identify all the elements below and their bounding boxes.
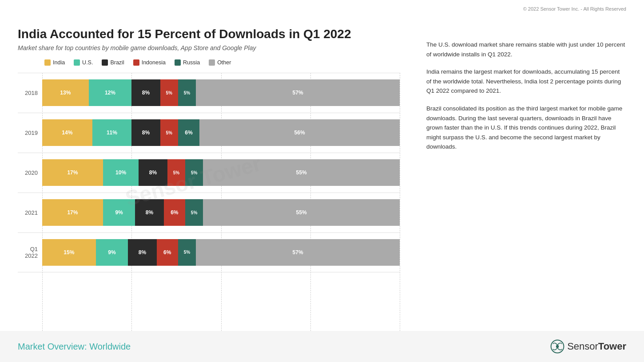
bar-segment-3-5: 55% <box>203 199 400 226</box>
bar-segment-4-0: 15% <box>42 239 96 266</box>
legend-item-other: Other <box>209 59 231 66</box>
bar-track-4: 15%9%8%6%5%57% <box>42 239 400 266</box>
legend-label-india: India <box>53 59 65 66</box>
chart-area: 201813%12%8%5%5%57%201914%11%8%5%6%56%20… <box>18 73 400 349</box>
bar-segment-1-0: 14% <box>42 119 92 146</box>
left-panel: India Accounted for 15 Percent of Downlo… <box>18 13 417 349</box>
bar-segment-2-0: 17% <box>42 159 103 186</box>
legend-item-russia: Russia <box>175 59 200 66</box>
legend-item-indonesia: Indonesia <box>133 59 166 66</box>
legend-color-other <box>209 59 215 66</box>
bar-segment-2-3: 5% <box>167 159 185 186</box>
legend-color-brazil <box>102 59 108 66</box>
bar-row-2021: 202117%9%8%6%5%55% <box>18 193 400 232</box>
bar-segment-1-5: 56% <box>199 119 400 146</box>
legend-label-russia: Russia <box>183 59 200 66</box>
bar-segment-3-3: 6% <box>164 199 185 226</box>
bar-segment-0-1: 12% <box>89 79 132 106</box>
legend-color-us <box>74 59 80 66</box>
year-label-2: 2020 <box>18 169 42 176</box>
bar-row-2020: 202017%10%8%5%5%55% <box>18 153 400 193</box>
bar-segment-0-2: 8% <box>131 79 160 106</box>
bar-segment-4-1: 9% <box>96 239 128 266</box>
bar-segment-2-5: 55% <box>203 159 400 186</box>
bar-segment-1-1: 11% <box>92 119 132 146</box>
bar-track-1: 14%11%8%5%6%56% <box>42 119 400 146</box>
bar-segment-4-4: 5% <box>178 239 196 266</box>
bar-segment-2-2: 8% <box>139 159 167 186</box>
chart-subtitle: Market share for top countries by mobile… <box>18 44 400 51</box>
main-container: © 2022 Sensor Tower Inc. - All Rights Re… <box>0 0 644 362</box>
bar-segment-0-3: 5% <box>160 79 178 106</box>
bar-segment-3-4: 5% <box>185 199 203 226</box>
bar-row-2019: 201914%11%8%5%6%56% <box>18 113 400 153</box>
year-label-0: 2018 <box>18 90 42 96</box>
bar-track-3: 17%9%8%6%5%55% <box>42 199 400 226</box>
legend-color-indonesia <box>133 59 139 66</box>
bar-segment-3-2: 8% <box>135 199 163 226</box>
bar-track-2: 17%10%8%5%5%55% <box>42 159 400 186</box>
sensor-tower-logo: SensorTower <box>550 339 626 354</box>
copyright-text: © 2022 Sensor Tower Inc. - All Rights Re… <box>523 6 626 12</box>
legend-label-brazil: Brazil <box>110 59 124 66</box>
legend-label-indonesia: Indonesia <box>142 59 166 66</box>
bar-track-0: 13%12%8%5%5%57% <box>42 79 400 106</box>
bar-segment-4-5: 57% <box>196 239 400 266</box>
legend-item-india: India <box>44 59 65 66</box>
sensor-tower-icon <box>550 339 564 354</box>
grid-line-100 <box>400 73 400 349</box>
sensor-text: Sensor <box>567 341 598 352</box>
bars-container: 201813%12%8%5%5%57%201914%11%8%5%6%56%20… <box>18 73 400 340</box>
bottom-bar: Market Overview: Worldwide SensorTower <box>0 331 644 362</box>
bar-segment-2-1: 10% <box>103 159 139 186</box>
bar-row-2018: 201813%12%8%5%5%57% <box>18 73 400 113</box>
right-text-2: India remains the largest market for dow… <box>426 67 626 96</box>
bar-segment-1-2: 8% <box>131 119 160 146</box>
right-text-3: Brazil consolidated its position as the … <box>426 104 626 152</box>
bar-segment-4-2: 8% <box>128 239 156 266</box>
bar-row-Q1-2022: Q1 202215%9%8%6%5%57% <box>18 232 400 272</box>
bar-segment-1-4: 6% <box>178 119 199 146</box>
legend-label-us: U.S. <box>82 59 93 66</box>
legend-color-russia <box>175 59 181 66</box>
bar-segment-0-4: 5% <box>178 79 196 106</box>
bar-segment-3-0: 17% <box>42 199 103 226</box>
legend-item-brazil: Brazil <box>102 59 124 66</box>
year-label-3: 2021 <box>18 209 42 216</box>
bar-segment-3-1: 9% <box>103 199 135 226</box>
bar-segment-0-5: 57% <box>196 79 400 106</box>
right-text-1: The U.S. download market share remains s… <box>426 40 626 59</box>
market-overview-label: Market Overview: Worldwide <box>18 342 131 352</box>
chart-legend: India U.S. Brazil Indonesia Russia Other <box>18 59 400 66</box>
bar-segment-0-0: 13% <box>42 79 89 106</box>
legend-item-us: U.S. <box>74 59 93 66</box>
bar-segment-1-3: 5% <box>160 119 178 146</box>
legend-color-india <box>44 59 51 66</box>
year-label-4: Q1 2022 <box>18 246 42 259</box>
right-panel: The U.S. download market share remains s… <box>417 13 626 349</box>
bar-segment-2-4: 5% <box>185 159 203 186</box>
bar-segment-4-3: 6% <box>157 239 178 266</box>
legend-label-other: Other <box>217 59 231 66</box>
year-label-1: 2019 <box>18 130 42 136</box>
chart-title: India Accounted for 15 Percent of Downlo… <box>18 27 400 42</box>
sensor-tower-text: SensorTower <box>567 341 626 352</box>
tower-text: Tower <box>598 341 626 352</box>
